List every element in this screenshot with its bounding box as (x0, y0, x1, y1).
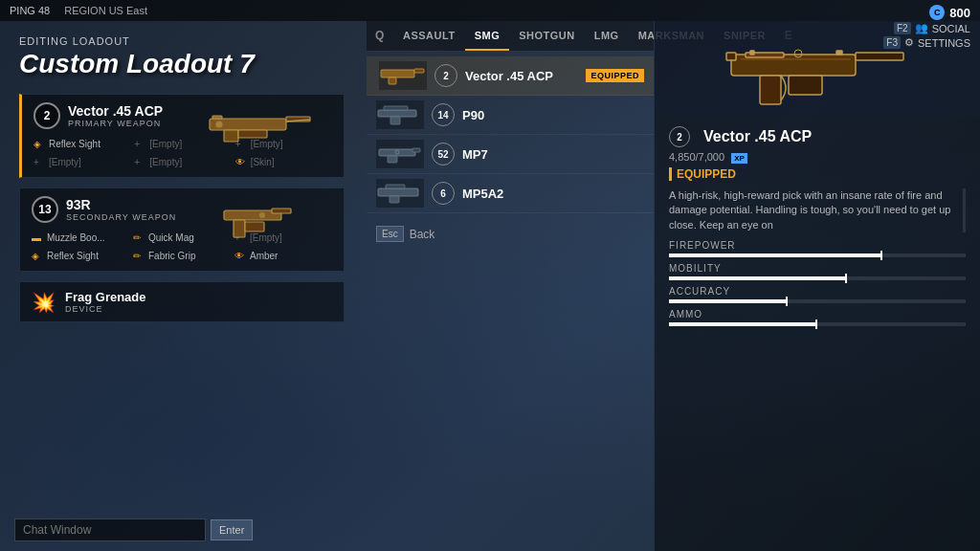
attachment-slot[interactable]: 👁 [Skin] (235, 155, 332, 169)
stat-label: ACCURACY (669, 286, 966, 297)
primary-type: PRIMARY WEAPON (68, 119, 163, 128)
back-button[interactable]: Esc Back (367, 218, 654, 250)
stat-bar (669, 299, 966, 303)
weapon-name: P90 (462, 108, 644, 122)
stat-label: AMMO (669, 309, 966, 320)
attachment-slot[interactable]: ▬ Muzzle Boo... (32, 231, 129, 245)
attachment-slot[interactable]: 👁 Amber (234, 249, 332, 263)
right-panel: 2 Vector .45 ACP 4,850/7,000 XP EQUIPPED… (654, 21, 980, 551)
weapon-list: 2 Vector .45 ACP EQUIPPED 14 P90 (367, 52, 654, 218)
weapon-name: Vector .45 ACP (465, 69, 578, 83)
skin-icon: 👁 (234, 251, 246, 261)
device-name: Frag Grenade (65, 290, 146, 304)
stat-bar (669, 322, 966, 326)
stat-label: MOBILITY (669, 263, 966, 274)
svg-rect-20 (388, 156, 397, 163)
chat-input[interactable] (14, 518, 206, 541)
muzzle-icon: ▬ (32, 232, 43, 243)
equipped-bar (669, 167, 672, 181)
svg-rect-17 (390, 117, 400, 124)
attachment-icon: ◈ (33, 139, 45, 149)
eye-icon: 👁 (235, 157, 247, 167)
attachment-label: [Empty] (149, 157, 182, 167)
currency-amount: 800 (949, 6, 970, 20)
svg-rect-27 (726, 53, 736, 60)
xp-badge: XP (731, 153, 747, 164)
attachment-slot[interactable]: + [Empty] (33, 155, 130, 169)
stat-mobility: MOBILITY (669, 263, 966, 280)
attachment-slot[interactable]: ✏ Fabric Grip (133, 249, 231, 263)
settings-icon: ⚙ (904, 36, 914, 49)
right-weapon-info: 2 Vector .45 ACP 4,850/7,000 XP EQUIPPED… (655, 117, 980, 342)
list-item[interactable]: 2 Vector .45 ACP EQUIPPED (367, 56, 654, 96)
editing-label: Editing Loadout (19, 35, 345, 47)
loadout-title: Custom Loadout 7 (19, 49, 345, 79)
p90-icon (376, 100, 424, 129)
device-slot[interactable]: 💥 Frag Grenade DEVICE (19, 281, 345, 322)
ping-display: PING 48 (10, 5, 50, 16)
svg-rect-13 (414, 69, 424, 73)
attachment-label: Quick Mag (148, 232, 194, 243)
primary-weapon-slot[interactable]: 2 Vector .45 ACP PRIMARY WEAPON (19, 94, 345, 178)
attachment-label: Reflex Sight (47, 251, 99, 261)
plus-icon: + (134, 139, 145, 149)
svg-rect-24 (390, 196, 399, 203)
tab-q[interactable]: Q (367, 21, 393, 51)
attachment-slot[interactable]: + [Empty] (134, 155, 231, 169)
attachment-slot[interactable]: ◈ Reflex Sight (33, 137, 130, 151)
list-item[interactable]: 14 P90 (367, 96, 654, 135)
secondary-weapon-image (190, 193, 334, 246)
detail-weapon-name: Vector .45 ACP (703, 128, 812, 145)
attachment-slot[interactable]: ◈ Reflex Sight (32, 249, 129, 263)
social-icon: 👥 (915, 22, 928, 34)
equipped-text: EQUIPPED (677, 167, 736, 181)
detail-equipped-label: EQUIPPED (669, 167, 966, 181)
weapon-level: 6 (432, 182, 455, 205)
weapon-thumbnail (379, 61, 427, 90)
stat-label: FIREPOWER (669, 240, 966, 251)
secondary-weapon-svg (214, 196, 310, 244)
svg-rect-14 (389, 77, 396, 84)
secondary-level: 13 (32, 196, 58, 223)
svg-rect-2 (224, 130, 238, 142)
mp5a2-icon (376, 179, 424, 208)
detail-weapon-xp: 4,850/7,000 XP (669, 151, 966, 163)
tab-shotgun[interactable]: SHOTGUN (509, 21, 585, 51)
tab-assault[interactable]: ASSAULT (393, 21, 465, 51)
device-icon: 💥 (32, 291, 56, 314)
list-item[interactable]: 52 MP7 (367, 135, 654, 174)
svg-rect-8 (272, 209, 291, 213)
svg-rect-29 (789, 76, 822, 95)
weapon-description: A high-risk, high-reward pick with an in… (669, 188, 966, 232)
left-panel: Editing Loadout Custom Loadout 7 2 Vecto… (0, 21, 364, 551)
topbar: PING 48 REGION US East (0, 0, 980, 21)
svg-rect-12 (381, 70, 414, 77)
mag-icon: ✏ (133, 232, 145, 243)
stat-bar (669, 276, 966, 280)
vector-icon (379, 61, 427, 90)
weapon-thumbnail (376, 140, 424, 168)
primary-level: 2 (33, 102, 60, 129)
sight-icon: ◈ (32, 251, 43, 261)
settings-key-icon: F3 (883, 36, 901, 49)
weapon-level: 52 (432, 143, 455, 165)
weapon-thumbnail (376, 179, 424, 208)
svg-rect-26 (856, 53, 903, 60)
detail-weapon-level: 2 (669, 126, 690, 147)
plus-icon: + (33, 157, 45, 167)
list-item[interactable]: 6 MP5A2 (367, 174, 654, 213)
svg-rect-16 (384, 106, 408, 110)
weapon-thumbnail (376, 100, 424, 129)
svg-rect-23 (386, 185, 405, 188)
chat-enter-button[interactable]: Enter (211, 519, 253, 540)
attachment-label: Muzzle Boo... (47, 232, 105, 243)
stat-fill (669, 276, 847, 280)
secondary-weapon-slot[interactable]: 13 93R SECONDARY WEAPON ▬ Muzzle Boo... (19, 187, 345, 272)
tab-lmg[interactable]: LMG (585, 21, 629, 51)
chat-window: Enter (14, 518, 253, 541)
attachment-label: Reflex Sight (49, 139, 100, 149)
back-label: Back (410, 228, 435, 241)
stat-fill (669, 322, 817, 326)
back-key: Esc (376, 226, 404, 242)
tab-smg[interactable]: SMG (465, 21, 510, 51)
